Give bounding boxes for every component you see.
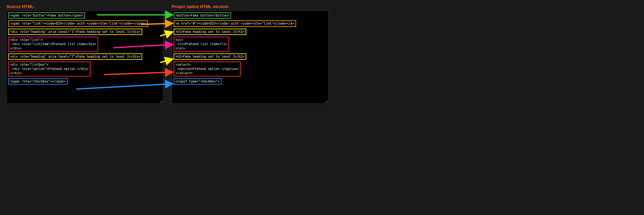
native-panel: <button>Fake button</button> <a href="#"… bbox=[172, 10, 328, 104]
src-heading2-code: <div role="heading" aria-level="2">Fake … bbox=[8, 54, 142, 60]
native-link-code: <a href="#"><code>DIV</code> with <code>… bbox=[174, 20, 296, 27]
source-column: Source HTML: <span role="button">Fake bu… bbox=[6, 4, 163, 104]
native-button-code: <button>Fake button</button> bbox=[174, 12, 231, 19]
native-checkbox-code: <input type="checkbox"> bbox=[174, 78, 222, 84]
native-column: Proper native HTML version: <button>Fake… bbox=[172, 4, 328, 104]
native-heading1-code: <h1>Fake heading set to level 1</h1> bbox=[174, 28, 246, 35]
native-listbox-code: <select> <option>Pretend option </option… bbox=[174, 62, 240, 76]
src-button-code: <span role="button">Fake button</span> bbox=[8, 12, 85, 19]
src-link-code: <span role="link"><code>DIV</code> with … bbox=[8, 20, 148, 27]
native-header: Proper native HTML version: bbox=[172, 4, 328, 9]
native-heading2-code: <h2>Fake heading set to level 2</h2> bbox=[174, 54, 246, 60]
native-list-code: <ul> <li>Pretend list item</li> </ul> bbox=[174, 37, 229, 52]
src-list-code: <div role="list"> <div role="listitem">P… bbox=[8, 37, 98, 52]
src-heading1-code: <div role="heading" aria-level="1">Fake … bbox=[8, 28, 142, 35]
src-listbox-code: <div role="listbox"> <div role="option">… bbox=[8, 62, 90, 76]
src-checkbox-code: <span role="checkbox"></span> bbox=[8, 78, 68, 84]
source-header: Source HTML: bbox=[6, 4, 163, 9]
source-panel: <span role="button">Fake button</span> <… bbox=[6, 10, 163, 104]
